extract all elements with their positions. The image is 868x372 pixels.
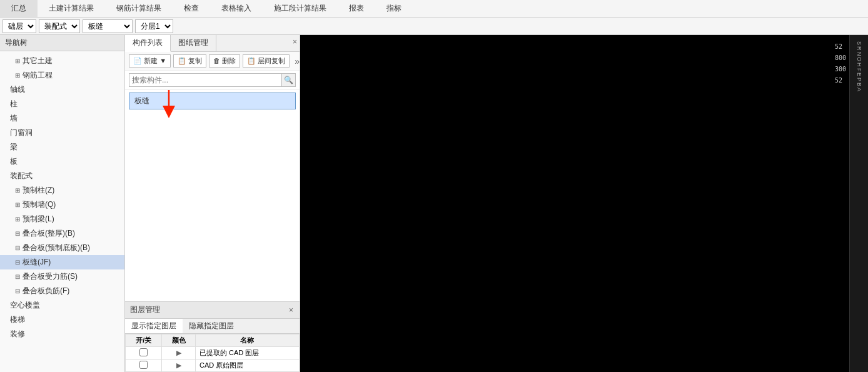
- dim-800: 800: [835, 53, 846, 64]
- expand-icon[interactable]: »: [295, 56, 300, 66]
- ruler-label-e: E: [856, 73, 862, 76]
- menu-civil-result[interactable]: 土建计算结果: [38, 0, 105, 17]
- layer-panel-title: 图层管理 ×: [125, 302, 300, 319]
- layer-col-onoff: 开/关: [126, 334, 162, 347]
- component-list: 板缝 板缝: [125, 90, 300, 198]
- cad-dimensions: 52 800 300 52: [835, 41, 846, 86]
- component-select[interactable]: 板缝: [83, 19, 133, 33]
- sidebar-item-decoration[interactable]: 装修: [0, 327, 124, 341]
- floor-select[interactable]: 分层1: [135, 19, 173, 33]
- layer-row2-name: CAD 原始图层: [195, 359, 299, 372]
- layer-row1-check[interactable]: [139, 348, 148, 356]
- dim-52-top: 52: [835, 41, 846, 53]
- table-row: ▶ 已提取的 CAD 图层: [126, 347, 300, 359]
- sidebar-item-composite-full[interactable]: ⊟ 叠合板(整厚)(B): [0, 226, 124, 241]
- menu-report[interactable]: 报表: [338, 0, 375, 17]
- layer-col-name: 名称: [195, 334, 299, 347]
- copy-between-floors-button[interactable]: 📋 层间复制: [243, 54, 290, 68]
- left-sidebar: 导航树 ⊞ 其它土建 ⊞ 钢筋工程 轴线 柱 墙 门窗洞 梁 板 装配式 ⊞ 预…: [0, 35, 125, 372]
- sidebar-item-hollow[interactable]: 空心楼盖: [0, 298, 124, 313]
- sidebar-item-wall[interactable]: 墙: [0, 111, 124, 126]
- layer-col-color: 颜色: [162, 334, 196, 347]
- layer-tab-hide[interactable]: 隐藏指定图层: [183, 319, 240, 333]
- sidebar-item-precast[interactable]: 装配式: [0, 169, 124, 183]
- sidebar-item-axis[interactable]: 轴线: [0, 83, 124, 97]
- sidebar-item-joint[interactable]: ⊟ 板缝(JF): [0, 255, 124, 269]
- copy-icon: 📋: [178, 57, 186, 64]
- layer-table: 开/关 颜色 名称 ▶ 已提取的 CAD 图层 ▶ CAD 原始图层: [125, 334, 300, 372]
- middle-panel-close[interactable]: ×: [291, 36, 298, 48]
- ruler-label-h: H: [856, 63, 862, 67]
- dim-52-bot: 52: [835, 75, 846, 86]
- sidebar-item-column[interactable]: 柱: [0, 97, 124, 111]
- layer-tabs: 显示指定图层 隐藏指定图层: [125, 319, 300, 334]
- layer-row1-name: 已提取的 CAD 图层: [195, 347, 299, 359]
- dim-300: 300: [835, 64, 846, 75]
- menu-rebar-result[interactable]: 钢筋计算结果: [105, 0, 173, 17]
- ruler-label-a: A: [856, 88, 862, 91]
- new-icon: 📄: [133, 57, 142, 64]
- sidebar-item-composite-neg[interactable]: ⊟ 叠合板负筋(F): [0, 284, 124, 298]
- menu-table-input[interactable]: 表格输入: [210, 0, 263, 17]
- middle-tabs: 构件列表 图纸管理: [125, 35, 300, 52]
- menu-indicator[interactable]: 指标: [375, 0, 413, 17]
- table-row: ▶ CAD 原始图层: [126, 359, 300, 372]
- layer-row1-triangle: ▶: [176, 349, 181, 356]
- sidebar-item-beam[interactable]: 梁: [0, 140, 124, 154]
- sidebar-item-composite-precast[interactable]: ⊟ 叠合板(预制底板)(B): [0, 241, 124, 255]
- delete-component-button[interactable]: 🗑 删除: [209, 54, 240, 68]
- sidebar-item-precast-wall[interactable]: ⊞ 预制墙(Q): [0, 198, 124, 212]
- floor-copy-icon: 📋: [247, 57, 256, 64]
- ruler-label-p: P: [856, 78, 862, 81]
- tab-drawing-management[interactable]: 图纸管理: [171, 35, 216, 51]
- right-area: 选择参数化图形 □ × 参数化截面类型： 单位： mm: [300, 35, 868, 372]
- ruler-label-f: F: [856, 68, 862, 72]
- menu-check[interactable]: 检查: [173, 0, 210, 17]
- search-input[interactable]: [129, 73, 282, 87]
- layer-select[interactable]: 础层: [3, 19, 36, 33]
- top-menu-bar: 汇总 土建计算结果 钢筋计算结果 检查 表格输入 施工段计算结果 报表 指标: [0, 0, 868, 18]
- layer-row2-check[interactable]: [139, 361, 148, 369]
- menu-construction-result[interactable]: 施工段计算结果: [263, 0, 338, 17]
- right-ruler: S R N O H F E P B A: [849, 35, 868, 372]
- search-row: 🔍: [125, 71, 300, 90]
- sidebar-item-stair[interactable]: 楼梯: [0, 313, 124, 327]
- ruler-label-o: O: [856, 57, 862, 61]
- sidebar-item-composite-tension[interactable]: ⊟ 叠合板受力筋(S): [0, 269, 124, 284]
- copy-component-button[interactable]: 📋 复制: [173, 54, 206, 68]
- new-dropdown-icon: ▼: [159, 57, 166, 64]
- ruler-label-s: S: [856, 41, 862, 45]
- sidebar-item-rebar[interactable]: ⊞ 钢筋工程: [0, 68, 124, 83]
- layer-panel-close[interactable]: ×: [288, 304, 295, 316]
- layer-tab-show[interactable]: 显示指定图层: [125, 319, 183, 333]
- sidebar-item-precast-beam[interactable]: ⊞ 预制梁(L): [0, 212, 124, 226]
- sidebar-tree: ⊞ 其它土建 ⊞ 钢筋工程 轴线 柱 墙 门窗洞 梁 板 装配式 ⊞ 预制柱(Z…: [0, 51, 124, 372]
- layer-row2-triangle: ▶: [176, 361, 181, 369]
- sidebar-item-other-civil[interactable]: ⊞ 其它土建: [0, 54, 124, 68]
- ruler-label-b: B: [856, 83, 862, 86]
- sidebar-title: 导航树: [0, 35, 124, 51]
- toolbar: 础层 装配式 板缝 分层1: [0, 18, 868, 35]
- middle-panel: × 构件列表 图纸管理 📄 新建 ▼ 📋 复制 🗑 删除 📋: [125, 35, 300, 372]
- component-item-joint[interactable]: 板缝: [129, 93, 296, 109]
- new-component-button[interactable]: 📄 新建 ▼: [129, 54, 171, 68]
- cad-background: S R N O H F E P B A 52 800 300 52: [300, 35, 868, 372]
- search-button[interactable]: 🔍: [282, 73, 296, 87]
- sidebar-item-slab[interactable]: 板: [0, 154, 124, 169]
- menu-summary[interactable]: 汇总: [0, 0, 38, 17]
- middle-toolbar: 📄 新建 ▼ 📋 复制 🗑 删除 📋 层间复制 »: [125, 52, 300, 71]
- type-select[interactable]: 装配式: [39, 19, 80, 33]
- sidebar-item-opening[interactable]: 门窗洞: [0, 126, 124, 140]
- delete-icon: 🗑: [213, 57, 220, 64]
- tab-component-list[interactable]: 构件列表: [125, 35, 171, 52]
- layer-panel: 图层管理 × 显示指定图层 隐藏指定图层 开/关 颜色 名称: [125, 301, 300, 372]
- sidebar-item-precast-col[interactable]: ⊞ 预制柱(Z): [0, 183, 124, 198]
- main-layout: 导航树 ⊞ 其它土建 ⊞ 钢筋工程 轴线 柱 墙 门窗洞 梁 板 装配式 ⊞ 预…: [0, 35, 868, 372]
- ruler-label-r: R: [856, 46, 862, 51]
- ruler-label-n: N: [856, 52, 862, 56]
